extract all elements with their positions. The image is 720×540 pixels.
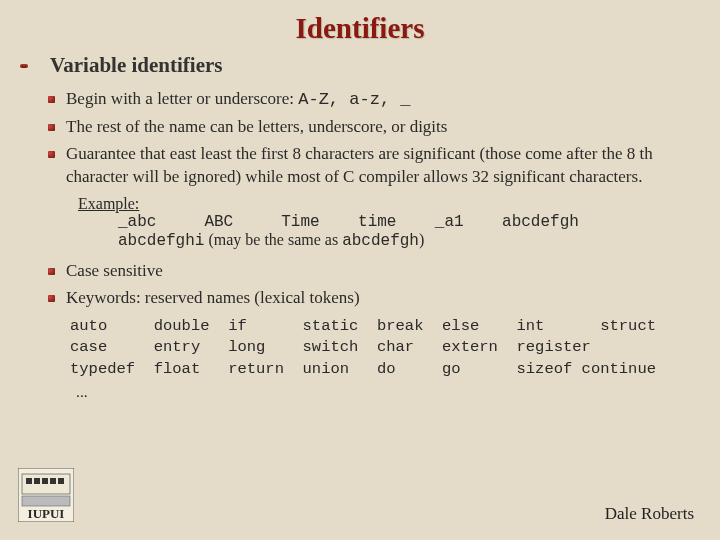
- bullet-text: Begin with a letter or underscore:: [66, 89, 298, 108]
- example-text: ): [419, 231, 424, 248]
- example-code: abcdefghi: [118, 232, 204, 250]
- bullet-keywords: Keywords: reserved names (lexical tokens…: [66, 287, 680, 310]
- svg-rect-4: [42, 478, 48, 484]
- example-line-2: abcdefghi (may be the same as abcdefgh): [118, 231, 690, 250]
- kw-row: auto double if static break else int str…: [70, 316, 690, 338]
- svg-rect-3: [34, 478, 40, 484]
- subtitle-row: Variable identifiers: [30, 53, 690, 78]
- example-block: Example: _abc ABC Time time _a1 abcdefgh…: [78, 195, 690, 250]
- svg-rect-2: [26, 478, 32, 484]
- slide: Identifiers Variable identifiers Begin w…: [0, 0, 720, 540]
- bullet-case: Case sensitive: [66, 260, 680, 283]
- page-title: Identifiers: [30, 12, 690, 45]
- keyword-table: auto double if static break else int str…: [70, 316, 690, 403]
- kw-ellipsis: ...: [76, 381, 690, 403]
- author-name: Dale Roberts: [605, 504, 694, 524]
- example-code: abcdefgh: [342, 232, 419, 250]
- iupui-logo: IUPUI: [18, 468, 74, 522]
- example-label: Example:: [78, 195, 139, 212]
- svg-text:IUPUI: IUPUI: [28, 506, 65, 521]
- bullet-significant: Guarantee that east least the first 8 ch…: [66, 143, 680, 189]
- example-line-1: _abc ABC Time time _a1 abcdefgh: [118, 213, 690, 231]
- subtitle: Variable identifiers: [50, 53, 690, 78]
- bullet-code: A-Z, a-z, _: [298, 90, 410, 109]
- svg-rect-5: [50, 478, 56, 484]
- example-text: (may be the same as: [204, 231, 342, 248]
- kw-row: typedef float return union do go sizeof …: [70, 359, 690, 381]
- bullet-list-1: Begin with a letter or underscore: A-Z, …: [30, 88, 690, 189]
- bullet-begin: Begin with a letter or underscore: A-Z, …: [66, 88, 680, 112]
- svg-rect-7: [22, 496, 70, 506]
- bullet-list-2: Case sensitive Keywords: reserved names …: [30, 260, 690, 310]
- kw-row: case entry long switch char extern regis…: [70, 337, 690, 359]
- svg-rect-6: [58, 478, 64, 484]
- bullet-rest: The rest of the name can be letters, und…: [66, 116, 680, 139]
